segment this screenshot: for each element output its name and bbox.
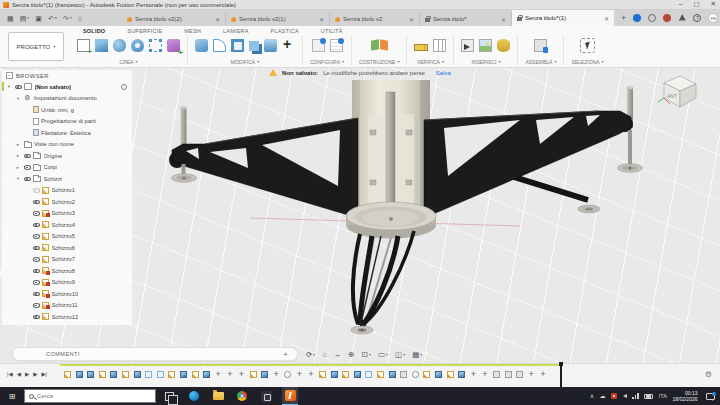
visibility-eye-icon[interactable] [33, 269, 40, 274]
env-tab-lamiera[interactable]: LAMIERA [212, 27, 260, 35]
tree-caret-icon[interactable]: ▸ [15, 153, 21, 158]
browser-item[interactable]: Schizzo2 [2, 196, 132, 208]
browser-item[interactable]: ▸Viste con nome [2, 139, 132, 151]
move-feature-icon[interactable] [215, 371, 222, 378]
document-tab[interactable]: Senza titolo v2(1)✕ [226, 12, 330, 26]
step-back-icon[interactable]: ◀ [17, 371, 21, 377]
browser-item[interactable]: Schizzo6 [2, 242, 132, 254]
extrude-feature-icon[interactable] [435, 371, 442, 378]
config-table-icon[interactable] [330, 39, 343, 52]
fillet-icon[interactable] [213, 39, 226, 52]
browser-item[interactable]: Schizzo1 [2, 185, 132, 197]
pan-icon[interactable]: ↔ [334, 351, 342, 359]
create-form-icon[interactable] [167, 39, 180, 52]
undo-icon[interactable]: ↶▾ [48, 15, 57, 22]
create-sketch-icon[interactable] [77, 39, 90, 52]
tray-expand-icon[interactable]: ∧ [590, 393, 594, 399]
add-comment-button[interactable]: + [283, 350, 288, 359]
visibility-eye-icon[interactable] [24, 177, 31, 182]
extrude-feature-icon[interactable] [261, 371, 268, 378]
extrude-feature-icon[interactable] [331, 371, 338, 378]
collapse-browser-icon[interactable]: − [6, 72, 13, 79]
visibility-eye-icon[interactable] [33, 315, 40, 320]
browser-item[interactable]: ▾⚙Impostazioni documento [2, 93, 132, 105]
tree-caret-icon[interactable]: ▸ [15, 142, 21, 147]
move-feature-icon[interactable] [481, 371, 488, 378]
save-link[interactable]: Salva [436, 70, 451, 76]
browser-item[interactable]: Schizzo12 [2, 311, 132, 323]
visibility-eye-icon[interactable] [33, 211, 40, 216]
minimize-button[interactable]: – [679, 0, 683, 8]
battery-icon[interactable] [644, 394, 653, 399]
extrude-feature-icon[interactable] [110, 371, 117, 378]
help-icon[interactable]: ? [693, 14, 701, 22]
close-tab-icon[interactable]: ✕ [211, 16, 220, 23]
step-forward-icon[interactable]: ▶ [33, 371, 37, 377]
select-icon[interactable] [580, 38, 595, 53]
close-button[interactable]: ✕ [711, 0, 716, 8]
fillet-feature-icon[interactable] [365, 371, 372, 378]
section-analysis-icon[interactable] [433, 39, 446, 52]
visibility-eye-icon[interactable] [24, 154, 31, 159]
timeline-settings-icon[interactable]: ⚙ [705, 370, 712, 379]
extrude-feature-icon[interactable] [76, 371, 83, 378]
move-feature-icon[interactable] [539, 371, 546, 378]
tray-alert-icon[interactable] [611, 393, 617, 399]
decal-icon[interactable] [461, 39, 474, 52]
visibility-eye-icon[interactable] [33, 292, 40, 297]
sweep-icon[interactable] [131, 39, 144, 52]
save-icon[interactable]: ▣ [35, 15, 42, 22]
fusion-taskbar-icon[interactable] [282, 387, 298, 405]
visibility-eye-icon[interactable] [24, 165, 31, 170]
move-feature-icon[interactable] [226, 371, 233, 378]
revolve-icon[interactable] [113, 39, 126, 52]
browser-item[interactable]: Progettazione di parti [2, 116, 132, 128]
env-tab-solido[interactable]: SOLIDO [72, 27, 116, 35]
extrude-feature-icon[interactable] [458, 371, 465, 378]
new-tab-button[interactable]: + [614, 13, 633, 23]
configure-icon[interactable] [312, 39, 325, 52]
visibility-eye-icon[interactable] [33, 257, 40, 262]
pattern-feature-icon[interactable] [284, 371, 291, 378]
sketch-feature-icon[interactable] [377, 371, 384, 378]
insert-mesh-icon[interactable] [497, 39, 510, 52]
ribbon-group-label[interactable]: SELEZIONA▾ [571, 59, 603, 65]
sketch-feature-icon[interactable] [319, 371, 326, 378]
ribbon-group-label[interactable]: CONFIGURA▾ [310, 59, 344, 65]
play-icon[interactable]: ▶ [25, 371, 29, 377]
task-view-icon[interactable] [165, 392, 174, 401]
env-tab-utilità[interactable]: UTILITÀ [310, 27, 354, 35]
taskbar-search[interactable] [24, 389, 156, 403]
orbit-icon[interactable]: ⟳▾ [306, 351, 315, 359]
canvas-icon[interactable] [479, 39, 492, 52]
close-tab-icon[interactable]: ✕ [600, 15, 609, 22]
ribbon-group-label[interactable]: COSTRUZIONE▾ [359, 59, 399, 65]
bell-icon[interactable] [678, 14, 686, 22]
browser-item[interactable]: Schizzo11 [2, 300, 132, 312]
ribbon-group-label[interactable]: ASSEMBLA▾ [525, 59, 556, 65]
browser-item[interactable]: Unità: mm, g [2, 104, 132, 116]
visibility-eye-icon[interactable] [33, 280, 40, 285]
browser-item[interactable]: Schizzo10 [2, 288, 132, 300]
close-tab-icon[interactable]: ✕ [405, 16, 414, 23]
browser-item[interactable]: Schizzo4 [2, 219, 132, 231]
job-status-icon[interactable] [633, 14, 641, 22]
notification-center-icon[interactable] [663, 14, 671, 22]
ribbon-group-label[interactable]: INSERISCI▾ [471, 59, 500, 65]
shell-icon[interactable] [231, 39, 244, 52]
project-menu-button[interactable]: PROGETTO ▾ [8, 32, 64, 61]
move-feature-icon[interactable] [470, 371, 477, 378]
body-feature-icon[interactable] [493, 371, 500, 378]
avatar[interactable]: FB [708, 13, 718, 23]
app-grid-icon[interactable]: ▦ [7, 15, 14, 22]
notification-center-icon[interactable] [706, 393, 715, 400]
sketch-feature-icon[interactable] [64, 371, 71, 378]
volume-icon[interactable] [623, 394, 627, 398]
browser-item[interactable]: ▾(Non salvato) [2, 81, 132, 93]
start-button[interactable]: ⊞ [0, 392, 24, 401]
extrude-feature-icon[interactable] [389, 371, 396, 378]
activate-component-radio[interactable] [121, 84, 127, 90]
view-cube[interactable]: ANT [654, 71, 700, 117]
document-tab[interactable]: Senza titolo*(1)✕ [512, 10, 614, 26]
close-tab-icon[interactable]: ✕ [497, 16, 506, 23]
